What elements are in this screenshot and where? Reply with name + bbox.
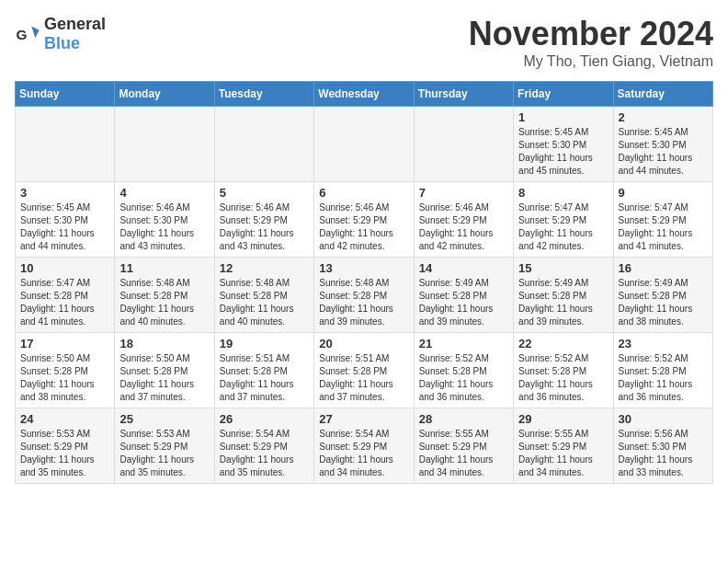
calendar-cell [314,107,414,182]
day-number: 22 [518,337,608,350]
calendar-cell: 6Sunrise: 5:46 AM Sunset: 5:29 PM Daylig… [314,182,414,258]
page-title: November 2024 [469,15,713,53]
cell-content: Sunrise: 5:52 AM Sunset: 5:28 PM Dayligh… [419,352,508,404]
day-number: 5 [220,186,309,200]
calendar-cell: 17Sunrise: 5:50 AM Sunset: 5:28 PM Dayli… [16,333,115,408]
day-number: 9 [619,186,708,200]
calendar-cell: 27Sunrise: 5:54 AM Sunset: 5:29 PM Dayli… [314,408,414,484]
calendar-cell: 11Sunrise: 5:48 AM Sunset: 5:28 PM Dayli… [115,258,214,333]
cell-content: Sunrise: 5:46 AM Sunset: 5:29 PM Dayligh… [419,201,508,253]
day-number: 20 [319,337,408,350]
cell-content: Sunrise: 5:52 AM Sunset: 5:28 PM Dayligh… [619,352,708,404]
calendar-cell: 24Sunrise: 5:53 AM Sunset: 5:29 PM Dayli… [16,408,115,484]
day-number: 1 [518,110,608,124]
cell-content: Sunrise: 5:45 AM Sunset: 5:30 PM Dayligh… [20,201,109,253]
logo-blue: Blue [44,34,80,52]
calendar-cell [16,107,115,182]
day-number: 11 [119,261,209,275]
day-number: 17 [20,337,109,350]
calendar-cell: 20Sunrise: 5:51 AM Sunset: 5:28 PM Dayli… [314,333,414,408]
cell-content: Sunrise: 5:51 AM Sunset: 5:28 PM Dayligh… [220,352,309,404]
day-number: 13 [319,261,408,275]
cell-content: Sunrise: 5:51 AM Sunset: 5:28 PM Dayligh… [319,352,408,404]
calendar-cell: 15Sunrise: 5:49 AM Sunset: 5:28 PM Dayli… [514,258,613,333]
logo-icon: G [15,21,40,47]
cell-content: Sunrise: 5:50 AM Sunset: 5:28 PM Dayligh… [119,352,209,404]
cell-content: Sunrise: 5:55 AM Sunset: 5:29 PM Dayligh… [419,428,508,479]
cell-content: Sunrise: 5:46 AM Sunset: 5:30 PM Dayligh… [119,201,209,253]
calendar-cell: 28Sunrise: 5:55 AM Sunset: 5:29 PM Dayli… [414,408,513,484]
cell-content: Sunrise: 5:48 AM Sunset: 5:28 PM Dayligh… [319,277,408,328]
cell-content: Sunrise: 5:49 AM Sunset: 5:28 PM Dayligh… [419,277,508,328]
cell-content: Sunrise: 5:50 AM Sunset: 5:28 PM Dayligh… [20,352,109,404]
header-row: SundayMondayTuesdayWednesdayThursdayFrid… [16,82,713,107]
cell-content: Sunrise: 5:45 AM Sunset: 5:30 PM Dayligh… [518,126,608,178]
calendar-table: SundayMondayTuesdayWednesdayThursdayFrid… [15,81,713,484]
cell-content: Sunrise: 5:48 AM Sunset: 5:28 PM Dayligh… [119,277,209,328]
cell-content: Sunrise: 5:53 AM Sunset: 5:29 PM Dayligh… [119,428,209,479]
cell-content: Sunrise: 5:56 AM Sunset: 5:30 PM Dayligh… [619,428,708,479]
calendar-cell: 22Sunrise: 5:52 AM Sunset: 5:28 PM Dayli… [514,333,613,408]
cell-content: Sunrise: 5:54 AM Sunset: 5:29 PM Dayligh… [220,428,309,479]
day-number: 10 [20,261,109,275]
cell-content: Sunrise: 5:52 AM Sunset: 5:28 PM Dayligh… [518,352,608,404]
day-number: 8 [518,186,608,200]
calendar-week-4: 17Sunrise: 5:50 AM Sunset: 5:28 PM Dayli… [16,333,713,408]
calendar-cell: 2Sunrise: 5:45 AM Sunset: 5:30 PM Daylig… [613,107,712,182]
calendar-cell: 4Sunrise: 5:46 AM Sunset: 5:30 PM Daylig… [115,182,214,258]
cell-content: Sunrise: 5:47 AM Sunset: 5:29 PM Dayligh… [518,201,608,253]
calendar-header: SundayMondayTuesdayWednesdayThursdayFrid… [16,82,713,107]
cell-content: Sunrise: 5:55 AM Sunset: 5:29 PM Dayligh… [518,428,608,479]
calendar-cell: 16Sunrise: 5:49 AM Sunset: 5:28 PM Dayli… [613,258,712,333]
calendar-cell: 19Sunrise: 5:51 AM Sunset: 5:28 PM Dayli… [214,333,313,408]
day-number: 21 [419,337,508,350]
cell-content: Sunrise: 5:47 AM Sunset: 5:29 PM Dayligh… [619,201,708,253]
cell-content: Sunrise: 5:46 AM Sunset: 5:29 PM Dayligh… [220,201,309,253]
cell-content: Sunrise: 5:53 AM Sunset: 5:29 PM Dayligh… [20,428,109,479]
cell-content: Sunrise: 5:49 AM Sunset: 5:28 PM Dayligh… [518,277,608,328]
header-day-tuesday: Tuesday [214,82,313,107]
calendar-week-1: 1Sunrise: 5:45 AM Sunset: 5:30 PM Daylig… [16,107,713,182]
calendar-cell: 5Sunrise: 5:46 AM Sunset: 5:29 PM Daylig… [214,182,313,258]
calendar-week-3: 10Sunrise: 5:47 AM Sunset: 5:28 PM Dayli… [16,258,713,333]
header-day-saturday: Saturday [613,82,712,107]
day-number: 3 [20,186,109,200]
calendar-cell [414,107,513,182]
calendar-cell: 29Sunrise: 5:55 AM Sunset: 5:29 PM Dayli… [514,408,613,484]
cell-content: Sunrise: 5:45 AM Sunset: 5:30 PM Dayligh… [619,126,708,178]
day-number: 14 [419,261,508,275]
day-number: 4 [119,186,209,200]
day-number: 27 [319,412,408,426]
calendar-cell: 18Sunrise: 5:50 AM Sunset: 5:28 PM Dayli… [115,333,214,408]
calendar-cell: 9Sunrise: 5:47 AM Sunset: 5:29 PM Daylig… [613,182,712,258]
header-day-friday: Friday [514,82,613,107]
calendar-cell: 1Sunrise: 5:45 AM Sunset: 5:30 PM Daylig… [514,107,613,182]
day-number: 18 [119,337,209,350]
calendar-cell: 10Sunrise: 5:47 AM Sunset: 5:28 PM Dayli… [16,258,115,333]
calendar-cell: 13Sunrise: 5:48 AM Sunset: 5:28 PM Dayli… [314,258,414,333]
day-number: 7 [419,186,508,200]
day-number: 25 [119,412,209,426]
day-number: 16 [619,261,708,275]
calendar-cell: 12Sunrise: 5:48 AM Sunset: 5:28 PM Dayli… [214,258,313,333]
day-number: 23 [619,337,708,350]
calendar-cell: 3Sunrise: 5:45 AM Sunset: 5:30 PM Daylig… [16,182,115,258]
header: G General Blue November 2024 My Tho, Tie… [15,15,713,70]
calendar-cell [115,107,214,182]
cell-content: Sunrise: 5:54 AM Sunset: 5:29 PM Dayligh… [319,428,408,479]
svg-text:G: G [16,27,27,42]
day-number: 6 [319,186,408,200]
day-number: 15 [518,261,608,275]
calendar-cell: 26Sunrise: 5:54 AM Sunset: 5:29 PM Dayli… [214,408,313,484]
calendar-cell: 7Sunrise: 5:46 AM Sunset: 5:29 PM Daylig… [414,182,513,258]
cell-content: Sunrise: 5:47 AM Sunset: 5:28 PM Dayligh… [20,277,109,328]
cell-content: Sunrise: 5:46 AM Sunset: 5:29 PM Dayligh… [319,201,408,253]
day-number: 12 [220,261,309,275]
day-number: 19 [220,337,309,350]
calendar-cell: 21Sunrise: 5:52 AM Sunset: 5:28 PM Dayli… [414,333,513,408]
logo-general: General [44,15,106,33]
day-number: 2 [619,110,708,124]
logo: G General Blue [15,15,106,53]
cell-content: Sunrise: 5:49 AM Sunset: 5:28 PM Dayligh… [619,277,708,328]
header-day-wednesday: Wednesday [314,82,414,107]
